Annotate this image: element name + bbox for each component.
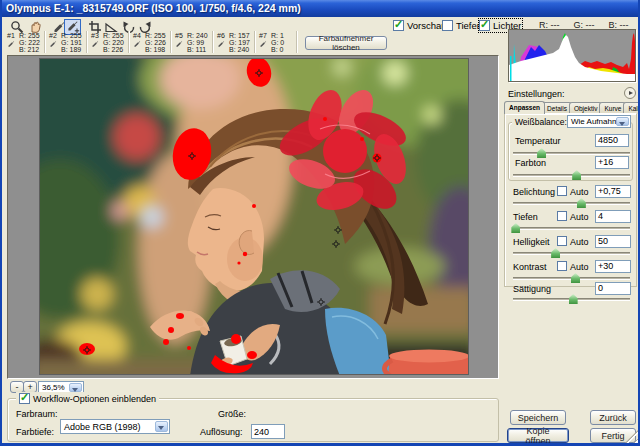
cancel-button[interactable]: Zurück	[590, 410, 636, 425]
camera-raw-dialog: Olympus E-1: _8315749.ORF (ISO 100, 1/75…	[0, 0, 640, 446]
contrast-slider[interactable]	[513, 277, 630, 280]
preview-canvas	[7, 55, 499, 379]
colorspace-select[interactable]: Adobe RGB (1998)	[60, 419, 170, 434]
sampler-r: R: 255	[145, 32, 166, 39]
tint-value[interactable]: +16	[595, 156, 629, 169]
shadows-value[interactable]: 4	[595, 210, 631, 223]
sampler-id: #3	[91, 32, 99, 39]
exposure-auto-checkbox[interactable]	[557, 186, 567, 196]
slider-thumb[interactable]	[571, 273, 580, 283]
sampler-b: B: 226	[103, 46, 124, 53]
resolution-input[interactable]	[251, 424, 285, 439]
auto-label: Auto	[570, 262, 589, 272]
sampler-id: #7	[259, 32, 267, 39]
sampler-g: G: 222	[19, 39, 40, 46]
workflow-options-checkbox[interactable]: Workflow-Optionen einblenden	[16, 392, 159, 405]
sampler-b: B: 0	[271, 46, 284, 53]
sampler-readout-4: #4 R: 255G: 226B: 198	[130, 31, 171, 53]
saturation-value[interactable]: 0	[595, 282, 631, 295]
flyout-arrow-icon	[629, 91, 635, 95]
size-label: Größe:	[218, 409, 246, 419]
chevron-down-icon[interactable]	[69, 383, 82, 392]
sampler-readout-1: #1 R: 255G: 222B: 212	[4, 31, 45, 53]
shadows-checkbox-box[interactable]	[442, 20, 453, 31]
depth-label: Farbtiefe:	[16, 427, 54, 437]
sampler-b: B: 198	[145, 46, 166, 53]
histogram-plot	[509, 30, 635, 81]
zoom-level-value: 36,5%	[42, 383, 65, 392]
chevron-down-icon[interactable]	[155, 421, 168, 432]
exposure-value[interactable]: +0,75	[595, 185, 631, 198]
sampler-id: #1	[7, 32, 15, 39]
shadows-slider[interactable]	[513, 227, 630, 230]
sampler-g: G: 191	[61, 39, 82, 46]
temperature-label: Temperatur	[515, 136, 561, 146]
shadows-label: Tiefen	[513, 212, 538, 222]
title-bar[interactable]: Olympus E-1: _8315749.ORF (ISO 100, 1/75…	[0, 0, 640, 17]
sampler-readout-3: #3 R: 255G: 220B: 226	[88, 31, 129, 53]
eyedropper-icon	[91, 40, 99, 48]
workflow-options-label: Workflow-Optionen einblenden	[33, 394, 156, 404]
histogram	[508, 29, 636, 82]
sampler-id: #5	[175, 32, 183, 39]
sampler-id: #6	[217, 32, 225, 39]
sampler-g: G: 0	[271, 39, 284, 46]
sampler-readout-6: #6 R: 157G: 197B: 240	[214, 31, 255, 53]
open-copy-button[interactable]: Kopie öffnen	[507, 428, 569, 443]
sampler-readout-5: #5 R: 240G: 99B: 111	[172, 31, 213, 53]
clear-samplers-button[interactable]: Farbaufnehmer löschen	[305, 36, 387, 50]
tint-slider[interactable]	[513, 174, 630, 177]
white-balance-label: Weißbalance:	[512, 117, 570, 127]
saturation-label: Sättigung	[513, 284, 551, 294]
exposure-slider[interactable]	[513, 202, 630, 205]
sampler-b: B: 212	[19, 46, 40, 53]
chevron-down-icon[interactable]	[616, 117, 629, 126]
highlights-checkbox-box[interactable]	[479, 20, 490, 31]
photo-illustration	[40, 59, 469, 375]
settings-label: Einstellungen:	[508, 89, 565, 99]
sampler-g: G: 226	[145, 39, 166, 46]
slider-thumb[interactable]	[569, 294, 578, 304]
eyedropper-icon	[259, 40, 267, 48]
eyedropper-icon	[49, 40, 57, 48]
brightness-slider[interactable]	[513, 252, 630, 255]
eyedropper-icon	[217, 40, 225, 48]
shadows-auto-checkbox[interactable]	[557, 211, 567, 221]
eyedropper-icon	[175, 40, 183, 48]
sampler-r: R: 1	[271, 32, 284, 39]
colorspace-label: Farbraum:	[16, 409, 58, 419]
auto-label: Auto	[570, 237, 589, 247]
brightness-label: Helligkeit	[513, 237, 550, 247]
preview-checkbox[interactable]: Vorschau	[393, 19, 447, 32]
adjust-tab-page: Weißbalance: Wie Aufnahme Temperatur 485…	[504, 113, 637, 287]
preview-checkbox-label: Vorschau	[407, 20, 447, 31]
tab-anpassen[interactable]: Anpassen	[504, 101, 545, 114]
preview-image[interactable]	[39, 58, 469, 375]
window-title: Olympus E-1: _8315749.ORF (ISO 100, 1/75…	[6, 2, 301, 14]
sampler-g: G: 99	[187, 39, 208, 46]
temperature-slider[interactable]	[513, 152, 630, 155]
tint-label: Farbton	[515, 158, 546, 168]
eyedropper-icon	[133, 40, 141, 48]
saturation-slider[interactable]	[513, 298, 630, 301]
slider-thumb[interactable]	[551, 248, 560, 258]
workflow-options-checkbox-box[interactable]	[19, 393, 30, 404]
slider-thumb[interactable]	[577, 198, 586, 208]
contrast-auto-checkbox[interactable]	[557, 261, 567, 271]
brightness-value[interactable]: 50	[595, 235, 631, 248]
auto-label: Auto	[570, 212, 589, 222]
brightness-auto-checkbox[interactable]	[557, 236, 567, 246]
save-button[interactable]: Speichern	[510, 410, 566, 425]
contrast-value[interactable]: +30	[595, 260, 631, 273]
slider-thumb[interactable]	[511, 223, 520, 233]
white-balance-select[interactable]: Wie Aufnahme	[567, 115, 631, 128]
eyedropper-icon	[7, 40, 15, 48]
temperature-value[interactable]: 4850	[595, 134, 629, 147]
sampler-id: #2	[49, 32, 57, 39]
settings-menu-button[interactable]	[624, 87, 636, 99]
sampler-g: G: 197	[229, 39, 250, 46]
sampler-r: R: 255	[61, 32, 82, 39]
shadows-checkbox[interactable]: Tiefen	[442, 19, 482, 32]
preview-checkbox-box[interactable]	[393, 20, 404, 31]
sampler-id: #4	[133, 32, 141, 39]
